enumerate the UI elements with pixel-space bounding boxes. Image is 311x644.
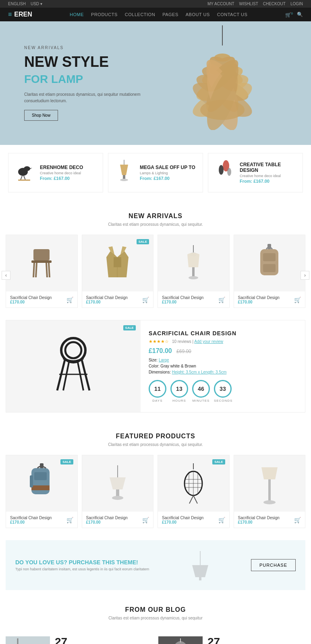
featured-product-info-1: Sacrificial Chair Design £170.00 🛒 (6, 512, 77, 528)
feature-box-3[interactable]: CREATIVE TABLE DESIGN Creative home deco… (208, 153, 303, 192)
product-color: Color: Gray white & Brown (149, 364, 297, 368)
blog-post-content-2: 27 APRIL CLARITAS EST ETIAM PROCESSUS DY… (207, 636, 305, 644)
language-selector[interactable]: ENGLISH (8, 2, 26, 6)
currency-selector[interactable]: USD ▾ (31, 2, 42, 6)
hours-label: HOURS (170, 399, 188, 402)
featured-product-img-4 (234, 455, 305, 512)
featured-product-price-3: £170.00 (162, 520, 203, 524)
product-card-1: Sacrificial Chair Design £170.00 🛒 (6, 235, 78, 308)
add-to-cart-1[interactable]: 🛒 (66, 297, 73, 303)
product-price-3: £170.00 (162, 300, 203, 304)
product-price-old: £69.00 (176, 349, 191, 354)
svg-line-37 (36, 263, 37, 277)
feature-box-text-2: MEGA SALE OFF UP TO Lamps & Lighting Fro… (140, 165, 195, 181)
product-price-2: £170.00 (86, 300, 128, 304)
featured-product-card-2: Sacrificial Chair Design £170.00 🛒 (82, 455, 154, 528)
days-value: 11 (149, 380, 166, 398)
svg-rect-55 (31, 468, 50, 494)
product-card-2: SALE Sacrificial Chair Design £170.00 🛒 (82, 235, 154, 308)
feature-box-title-2: MEGA SALE OFF UP TO (140, 165, 195, 170)
minutes-value: 46 (192, 380, 210, 398)
checkout-link[interactable]: CHECKOUT (263, 2, 286, 6)
svg-rect-78 (199, 577, 201, 580)
svg-rect-56 (31, 485, 50, 490)
featured-product-name-1: Sacrificial Chair Design (10, 516, 52, 520)
add-to-cart-3[interactable]: 🛒 (218, 297, 225, 303)
blog-card-1: 27 APRIL CLARITAS EST ETIAM PROCESSUS DY… (6, 636, 153, 644)
product-name-2: Sacrificial Chair Design (86, 295, 128, 300)
product-info-2: Sacrificial Chair Design £170.00 🛒 (82, 291, 153, 308)
featured-add-to-cart-2[interactable]: 🛒 (142, 517, 149, 523)
svg-marker-74 (261, 467, 278, 479)
product-info-3: Sacrificial Chair Design £170.00 🛒 (158, 291, 229, 308)
featured-add-to-cart-1[interactable]: 🛒 (66, 517, 73, 523)
countdown-timer: 11 DAYS 13 HOURS 46 MINUTES 33 SECONDS (149, 380, 297, 402)
svg-rect-33 (33, 249, 50, 260)
carousel-prev[interactable]: ‹ (2, 271, 10, 280)
featured-add-to-cart-4[interactable]: 🛒 (294, 517, 301, 523)
blog-img-1 (6, 636, 50, 644)
header: ≡ EREN HOME PRODUCTS COLLECTION PAGES AB… (0, 8, 311, 21)
purchase-button[interactable]: PURCHASE (251, 559, 296, 571)
purchase-banner-text: DO YOU LOVE US? PURCHASE THIS THEME! Typ… (15, 559, 149, 571)
product-info-4: Sacrificial Chair Design £170.00 🛒 (234, 291, 305, 308)
hero-description: Claritas est etiam processus dynamicus, … (24, 91, 161, 104)
size-link[interactable]: Large (159, 358, 169, 362)
featured-highlight-info: SACRIFICIAL CHAIR DESIGN ★★★★☆ 10 review… (141, 320, 305, 412)
product-reviews: 10 reviews | Add your review (172, 339, 223, 344)
feature-box-icon-1 (14, 160, 34, 186)
featured-product-card-3: SALE Sacrificial Chair Design (158, 455, 230, 528)
hero-tag: NEW ARRIVALS (24, 45, 161, 50)
svg-rect-45 (263, 253, 276, 261)
featured-sale-badge-1: SALE (60, 459, 73, 464)
nav-home[interactable]: HOME (70, 12, 84, 17)
nav-products[interactable]: PRODUCTS (91, 12, 118, 17)
product-img-1 (6, 235, 77, 291)
blog-section: 27 APRIL CLARITAS EST ETIAM PROCESSUS DY… (0, 628, 311, 644)
feature-box-icon-2 (114, 160, 134, 186)
hero-shop-button[interactable]: Shop Now (24, 110, 58, 121)
product-img-4 (234, 235, 305, 291)
featured-product-card-1: SALE Sacrificial Chair Design £170.00 🛒 (6, 455, 78, 528)
add-to-cart-4[interactable]: 🛒 (294, 297, 301, 303)
carousel-next[interactable]: › (301, 271, 309, 280)
blog-date-2: 27 (207, 636, 305, 644)
login-link[interactable]: LOGIN (290, 2, 303, 6)
nav-collection[interactable]: COLLECTION (125, 12, 155, 17)
add-review-link[interactable]: Add your review (194, 339, 223, 344)
featured-products-row: SALE Sacrificial Chair Design £170.00 🛒 (0, 455, 311, 536)
blog-img-2 (158, 636, 203, 644)
svg-rect-25 (18, 180, 30, 181)
featured-product-info-3: Sacrificial Chair Design £170.00 🛒 (158, 512, 229, 528)
featured-add-to-cart-3[interactable]: 🛒 (218, 517, 225, 523)
product-name-3: Sacrificial Chair Design (162, 295, 203, 300)
countdown-hours: 13 HOURS (170, 380, 188, 402)
nav-icons: 🛒0 🔍 (285, 12, 303, 18)
wishlist-link[interactable]: WISHLIST (239, 2, 258, 6)
featured-products-title: FEATURED PRODUCTS (0, 421, 311, 442)
blog-date-1: 27 (55, 636, 153, 644)
purchase-banner: DO YOU LOVE US? PURCHASE THIS THEME! Typ… (6, 540, 305, 590)
cart-icon[interactable]: 🛒0 (285, 12, 293, 18)
search-icon[interactable]: 🔍 (297, 12, 303, 17)
nav-about[interactable]: ABOUT US (186, 12, 210, 17)
add-to-cart-2[interactable]: 🛒 (142, 297, 149, 303)
product-size: Size: Large (149, 358, 297, 362)
svg-rect-42 (192, 267, 195, 277)
feature-box-1[interactable]: ERENHOME DECO Creative home deco ideal F… (8, 153, 103, 192)
svg-rect-59 (30, 475, 33, 487)
nav-contact[interactable]: CONTACT US (217, 12, 248, 17)
countdown-seconds: 33 SECONDS (214, 380, 233, 402)
logo[interactable]: ≡ EREN (8, 11, 32, 18)
svg-rect-46 (263, 264, 276, 272)
product-price-1: £170.00 (10, 300, 52, 304)
nav-pages[interactable]: PAGES (162, 12, 178, 17)
svg-point-29 (120, 179, 128, 181)
feature-box-price-3: From: £167.00 (240, 179, 297, 184)
svg-marker-60 (110, 477, 126, 489)
seconds-label: SECONDS (214, 399, 233, 402)
days-label: DAYS (149, 399, 166, 402)
dim-link[interactable]: Height: 3.5cm x Length: 3.5cm (172, 370, 227, 374)
feature-box-2[interactable]: MEGA SALE OFF UP TO Lamps & Lighting Fro… (108, 153, 203, 192)
my-account-link[interactable]: MY ACCOUNT (207, 2, 234, 6)
